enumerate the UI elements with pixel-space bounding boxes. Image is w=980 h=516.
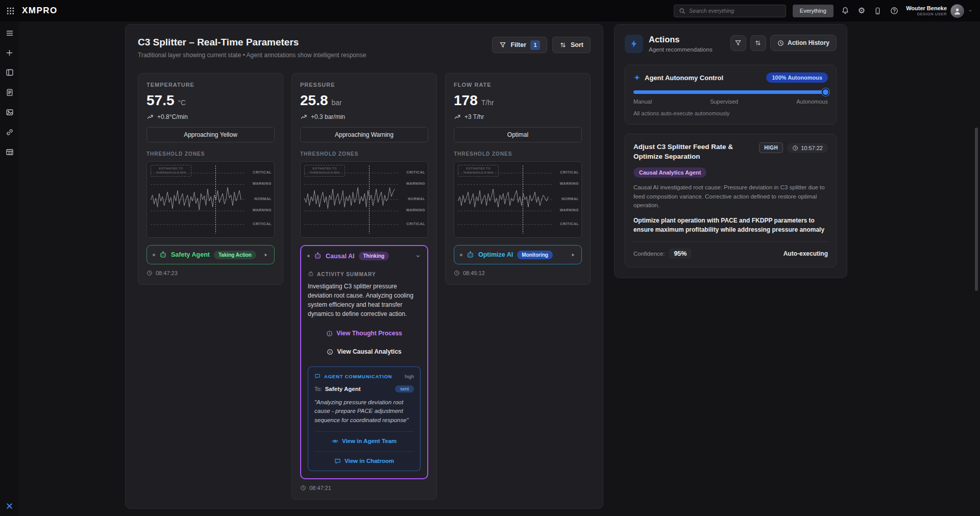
zone-label: CRITICAL bbox=[253, 222, 272, 226]
parameter-unit: T/hr bbox=[481, 99, 494, 107]
global-search[interactable] bbox=[674, 5, 786, 17]
page-scrollbar[interactable] bbox=[975, 128, 978, 291]
agent-status-dot bbox=[153, 254, 155, 256]
autonomy-slider-fill bbox=[633, 90, 828, 94]
autonomy-slider[interactable] bbox=[633, 90, 828, 94]
sidebar-menu-icon[interactable] bbox=[5, 28, 15, 38]
realtime-parameters-panel: C3 Splitter – Real-Time Parameters Tradi… bbox=[125, 24, 603, 509]
parameter-name: TEMPERATURE bbox=[146, 82, 275, 88]
sparkle-icon bbox=[633, 74, 641, 81]
parameter-value: 178 bbox=[454, 92, 478, 109]
autonomy-level-badge: 100% Autonomous bbox=[766, 72, 828, 83]
sidebar-form-icon[interactable] bbox=[5, 87, 15, 97]
filter-button[interactable]: Filter 1 bbox=[492, 37, 547, 53]
status-button[interactable]: Optimal bbox=[454, 127, 582, 142]
help-icon[interactable] bbox=[889, 6, 899, 16]
agent-status-dot bbox=[307, 255, 310, 257]
agent-autonomy-control-card: Agent Autonomy Control 100% Autonomous M… bbox=[625, 65, 837, 125]
mobile-device-icon[interactable] bbox=[873, 6, 883, 16]
slider-label-autonomous: Autonomous bbox=[796, 99, 828, 105]
comm-priority: high bbox=[405, 374, 414, 379]
settings-gear-icon[interactable]: ⚙ bbox=[857, 6, 866, 16]
zone-label: WARNING bbox=[406, 208, 425, 212]
left-sidebar bbox=[0, 21, 19, 516]
app-launcher-icon[interactable] bbox=[5, 6, 16, 16]
xmpro-x-logo-icon bbox=[6, 502, 13, 510]
parameter-value: 25.8 bbox=[300, 92, 328, 109]
xmpro-logo: XMPRO bbox=[22, 6, 58, 16]
view-causal-analytics-link[interactable]: View Causal Analytics bbox=[308, 348, 421, 355]
sidebar-add-icon[interactable] bbox=[5, 48, 14, 58]
agent-state-badge: Thinking bbox=[359, 252, 389, 260]
lightning-bolt-icon bbox=[625, 35, 643, 53]
zone-label: NORMAL bbox=[254, 197, 272, 201]
trend-value: +0.8°C/min bbox=[157, 113, 188, 120]
threshold-zones-label: THRESHOLD ZONES bbox=[300, 151, 428, 157]
filter-count-badge: 1 bbox=[530, 40, 540, 50]
notifications-bell-icon[interactable] bbox=[840, 6, 850, 16]
user-menu[interactable]: Wouter Beneke DESIGN USER bbox=[906, 4, 973, 18]
filter-funnel-icon bbox=[499, 41, 506, 48]
clock-icon bbox=[454, 270, 460, 276]
avatar[interactable] bbox=[950, 4, 964, 18]
zone-label: WARNING bbox=[560, 208, 579, 212]
threshold-estimate-note: ESTIMATED TO THRESHOLD 8 MIN bbox=[151, 165, 191, 177]
agent-status-dot bbox=[460, 254, 462, 256]
agent-row-safety[interactable]: Safety Agent Taking Action bbox=[146, 245, 275, 264]
action-history-button[interactable]: Action History bbox=[770, 35, 837, 51]
timestamp: 08:47:23 bbox=[156, 270, 178, 276]
autonomy-slider-knob[interactable] bbox=[822, 88, 829, 96]
eye-icon bbox=[332, 438, 338, 445]
agent-panel-causal-ai: Causal AI Thinking ACTIVITY SUMMARY Inve… bbox=[300, 245, 428, 479]
collapse-chevron-icon[interactable] bbox=[415, 253, 421, 259]
expand-play-icon[interactable] bbox=[263, 252, 268, 258]
sort-arrows-icon bbox=[559, 41, 567, 48]
agent-row-causal[interactable]: Causal AI Thinking bbox=[301, 246, 427, 266]
view-in-chatroom-link[interactable]: View in Chatroom bbox=[314, 451, 414, 464]
top-bar: XMPRO Everything ⚙ Wouter Beneke DESIGN … bbox=[0, 0, 980, 21]
threshold-estimate-note: ESTIMATED TO THRESHOLD 8 MIN bbox=[458, 165, 499, 177]
threshold-zones-chart: CRITICALWARNINGNORMALWARNINGCRITICALESTI… bbox=[300, 161, 428, 238]
autonomy-title: Agent Autonomy Control bbox=[645, 74, 723, 82]
threshold-zones-label: THRESHOLD ZONES bbox=[146, 151, 275, 157]
status-button[interactable]: Approaching Warning bbox=[300, 127, 428, 142]
actions-filter-icon[interactable] bbox=[730, 35, 746, 51]
priority-badge: HIGH bbox=[759, 142, 783, 153]
agent-name: Causal AI bbox=[326, 253, 355, 260]
recommendation-title: Adjust C3 Splitter Feed Rate & Optimize … bbox=[633, 142, 742, 162]
actions-sort-icon[interactable] bbox=[750, 35, 766, 51]
activity-robot-icon bbox=[308, 271, 314, 277]
sidebar-panels-icon[interactable] bbox=[5, 67, 15, 78]
clock-icon bbox=[146, 270, 153, 276]
recommendation-action-text: Optimize plant operation with PACE and F… bbox=[633, 216, 828, 234]
sidebar-link-icon[interactable] bbox=[5, 127, 15, 137]
chat-bubble-icon bbox=[334, 458, 341, 464]
trend-up-icon bbox=[300, 113, 307, 120]
view-thought-process-link[interactable]: View Thought Process bbox=[308, 330, 421, 337]
activity-summary-text: Investigating C3 splitter pressure devia… bbox=[308, 282, 421, 318]
agent-name: Optimize AI bbox=[478, 251, 513, 258]
zone-label: CRITICAL bbox=[560, 222, 579, 226]
sort-button[interactable]: Sort bbox=[552, 37, 591, 53]
clock-icon bbox=[300, 485, 306, 491]
search-input[interactable] bbox=[689, 8, 781, 14]
search-scope-button[interactable]: Everything bbox=[793, 5, 834, 17]
zone-label: CRITICAL bbox=[253, 170, 272, 174]
expand-play-icon[interactable] bbox=[570, 252, 576, 258]
agent-tag: Causal Analytics Agent bbox=[633, 167, 706, 178]
robot-icon bbox=[314, 252, 322, 260]
agent-row-optimize[interactable]: Optimize AI Monitoring bbox=[454, 245, 582, 264]
confidence-label: Confidence: bbox=[633, 251, 665, 257]
trend-up-icon bbox=[146, 113, 154, 120]
status-button[interactable]: Approaching Yellow bbox=[146, 127, 275, 142]
history-clock-icon bbox=[777, 40, 784, 46]
slider-label-manual: Manual bbox=[633, 99, 652, 105]
view-in-agent-team-link[interactable]: View in Agent Team bbox=[314, 431, 414, 445]
user-name: Wouter Beneke bbox=[906, 5, 947, 11]
sidebar-table-icon[interactable] bbox=[5, 147, 15, 157]
sidebar-media-icon[interactable] bbox=[5, 107, 15, 117]
timestamp: 08:45:12 bbox=[463, 270, 485, 276]
parameter-card-temperature: TEMPERATURE 57.5 °C +0.8°C/min Approachi… bbox=[138, 73, 283, 285]
parameter-card-pressure: PRESSURE 25.8 bar +0.3 bar/min Approachi… bbox=[291, 73, 437, 500]
info-icon bbox=[326, 330, 333, 337]
